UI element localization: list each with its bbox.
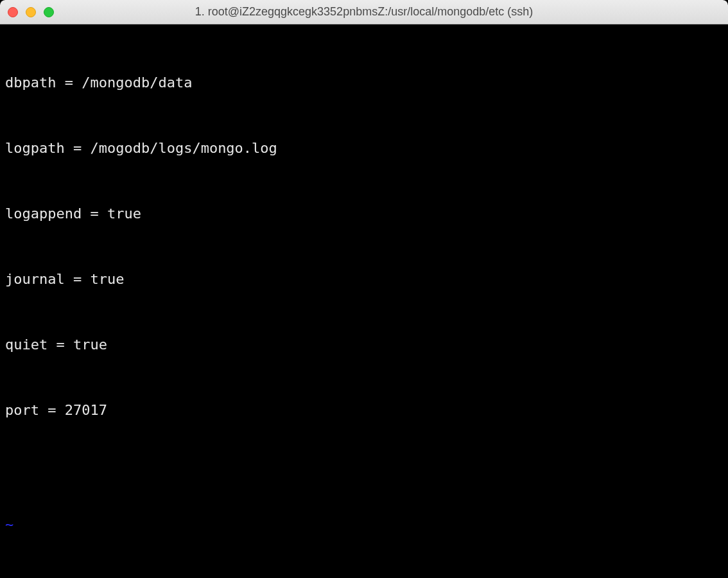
config-line: journal = true — [5, 268, 723, 290]
config-line: dbpath = /mongodb/data — [5, 72, 723, 94]
close-icon[interactable] — [8, 7, 18, 17]
vim-tilde: ~ — [5, 512, 723, 536]
maximize-icon[interactable] — [44, 7, 54, 17]
window-titlebar: 1. root@iZ2zegqgkcegk3352pnbmsZ:/usr/loc… — [0, 0, 728, 24]
traffic-lights — [8, 7, 54, 17]
vim-empty-lines: ~ ~ ~ ~ ~ ~ ~ ~ ~ ~ ~ ~ ~ ~ ~ ~ ~ ~ — [5, 465, 723, 578]
editor-content: dbpath = /mongodb/data logpath = /mogodb… — [5, 28, 723, 465]
terminal-viewport[interactable]: dbpath = /mongodb/data logpath = /mogodb… — [0, 24, 728, 578]
minimize-icon[interactable] — [26, 7, 36, 17]
window-title: 1. root@iZ2zegqgkcegk3352pnbmsZ:/usr/loc… — [0, 5, 728, 19]
config-line: logpath = /mogodb/logs/mongo.log — [5, 137, 723, 159]
config-line: logappend = true — [5, 203, 723, 225]
config-line: port = 27017 — [5, 399, 723, 421]
config-line: quiet = true — [5, 334, 723, 356]
